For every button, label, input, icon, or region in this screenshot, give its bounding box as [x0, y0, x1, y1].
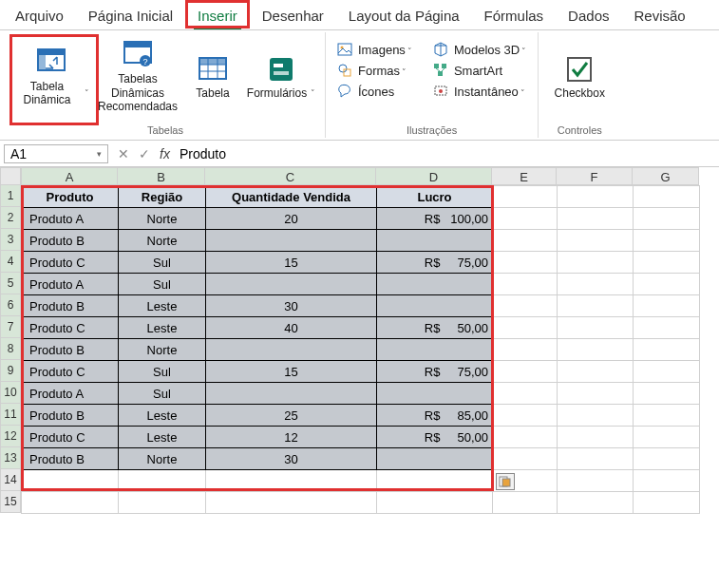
cell-A15[interactable]	[22, 492, 119, 514]
cell-E4[interactable]	[493, 252, 558, 274]
cell-A12[interactable]: Produto C	[22, 427, 119, 448]
name-box-dropdown-icon[interactable]: ▾	[97, 149, 102, 159]
cell-F9[interactable]	[558, 361, 634, 383]
cell-B2[interactable]: Norte	[119, 208, 206, 230]
cell-C2[interactable]: 20	[206, 208, 377, 230]
cell-G15[interactable]	[634, 492, 700, 514]
cell-C12[interactable]: 12	[206, 427, 377, 448]
cell-C14[interactable]	[206, 470, 377, 492]
row-header-10[interactable]: 10	[0, 382, 21, 404]
select-all-corner[interactable]	[0, 167, 21, 185]
column-header-D[interactable]: D	[376, 167, 492, 185]
cell-F1[interactable]	[558, 186, 634, 208]
cell-B14[interactable]	[119, 470, 206, 492]
tab-revisao[interactable]: Revisão	[630, 6, 689, 26]
cell-G7[interactable]	[634, 317, 700, 339]
cell-A11[interactable]: Produto B	[22, 405, 119, 427]
cell-B3[interactable]: Norte	[119, 230, 206, 252]
cell-D13[interactable]	[377, 448, 493, 470]
tab-formulas[interactable]: Fórmulas	[481, 6, 548, 26]
cell-E7[interactable]	[493, 317, 558, 339]
cell-E5[interactable]	[493, 274, 558, 295]
cell-D4[interactable]: R$ 75,00	[377, 252, 493, 274]
cell-G14[interactable]	[634, 470, 700, 492]
cell-F15[interactable]	[558, 492, 634, 514]
row-header-11[interactable]: 11	[0, 404, 21, 426]
cell-A3[interactable]: Produto B	[22, 230, 119, 252]
fx-icon[interactable]: fx	[160, 146, 170, 161]
cell-G11[interactable]	[634, 405, 700, 427]
cell-G3[interactable]	[634, 230, 700, 252]
tab-dados[interactable]: Dados	[564, 6, 613, 26]
cell-F2[interactable]	[558, 208, 634, 230]
cell-B1[interactable]: Região	[119, 186, 206, 208]
cell-C5[interactable]	[206, 274, 377, 295]
cell-G4[interactable]	[634, 252, 700, 274]
formularios-button[interactable]: Formulários	[245, 36, 317, 118]
cell-A5[interactable]: Produto A	[22, 274, 119, 295]
cell-F14[interactable]	[558, 470, 634, 492]
modelos-3d-button[interactable]: Modelos 3D	[429, 40, 530, 59]
cell-E13[interactable]	[493, 448, 558, 470]
tab-arquivo[interactable]: Arquivo	[11, 6, 67, 26]
cell-D6[interactable]	[377, 295, 493, 317]
formula-value[interactable]: Produto	[180, 146, 715, 161]
cell-E8[interactable]	[493, 339, 558, 361]
cell-F4[interactable]	[558, 252, 634, 274]
cell-F5[interactable]	[558, 274, 634, 295]
paste-options-icon[interactable]	[496, 473, 515, 490]
cell-A6[interactable]: Produto B	[22, 295, 119, 317]
cell-D8[interactable]	[377, 339, 493, 361]
cell-C6[interactable]: 30	[206, 295, 377, 317]
cell-A1[interactable]: Produto	[22, 186, 119, 208]
cell-A7[interactable]: Produto C	[22, 317, 119, 339]
column-header-C[interactable]: C	[205, 167, 376, 185]
cell-G1[interactable]	[634, 186, 700, 208]
cell-F11[interactable]	[558, 405, 634, 427]
cell-G12[interactable]	[634, 427, 700, 448]
row-header-13[interactable]: 13	[0, 447, 21, 469]
cell-B7[interactable]: Leste	[119, 317, 206, 339]
cell-C9[interactable]: 15	[206, 361, 377, 383]
cell-A13[interactable]: Produto B	[22, 448, 119, 470]
cell-E3[interactable]	[493, 230, 558, 252]
tab-desenhar[interactable]: Desenhar	[258, 6, 328, 26]
cell-D9[interactable]: R$ 75,00	[377, 361, 493, 383]
row-header-7[interactable]: 7	[0, 316, 21, 338]
cell-G13[interactable]	[634, 448, 700, 470]
row-header-9[interactable]: 9	[0, 360, 21, 382]
cell-D14[interactable]	[377, 470, 493, 492]
row-header-5[interactable]: 5	[0, 273, 21, 294]
instantaneo-button[interactable]: Instantâneo	[429, 82, 530, 101]
row-header-8[interactable]: 8	[0, 338, 21, 360]
row-header-15[interactable]: 15	[0, 491, 21, 513]
cell-G5[interactable]	[634, 274, 700, 295]
tab-pagina-inicial[interactable]: Página Inicial	[85, 6, 177, 26]
cell-F13[interactable]	[558, 448, 634, 470]
cell-F12[interactable]	[558, 427, 634, 448]
cell-D3[interactable]	[377, 230, 493, 252]
tab-layout[interactable]: Layout da Página	[345, 6, 464, 26]
cell-G10[interactable]	[634, 383, 700, 405]
cell-A2[interactable]: Produto A	[22, 208, 119, 230]
icones-button[interactable]: Ícones	[333, 82, 416, 101]
cell-G6[interactable]	[634, 295, 700, 317]
cell-E6[interactable]	[493, 295, 558, 317]
cell-C1[interactable]: Quantidade Vendida	[206, 186, 377, 208]
column-header-E[interactable]: E	[492, 167, 557, 185]
column-header-A[interactable]: A	[21, 167, 118, 185]
column-header-G[interactable]: G	[633, 167, 699, 185]
cell-D1[interactable]: Lucro	[377, 186, 493, 208]
cell-A4[interactable]: Produto C	[22, 252, 119, 274]
cell-E1[interactable]	[493, 186, 558, 208]
cell-D11[interactable]: R$ 85,00	[377, 405, 493, 427]
tab-inserir[interactable]: Inserir	[194, 6, 241, 26]
cell-C3[interactable]	[206, 230, 377, 252]
row-header-2[interactable]: 2	[0, 207, 21, 229]
cell-D15[interactable]	[377, 492, 493, 514]
cell-B5[interactable]: Sul	[119, 274, 206, 295]
smartart-button[interactable]: SmartArt	[429, 61, 530, 80]
row-header-14[interactable]: 14	[0, 469, 21, 491]
name-box[interactable]: A1 ▾	[4, 144, 108, 163]
cell-C11[interactable]: 25	[206, 405, 377, 427]
